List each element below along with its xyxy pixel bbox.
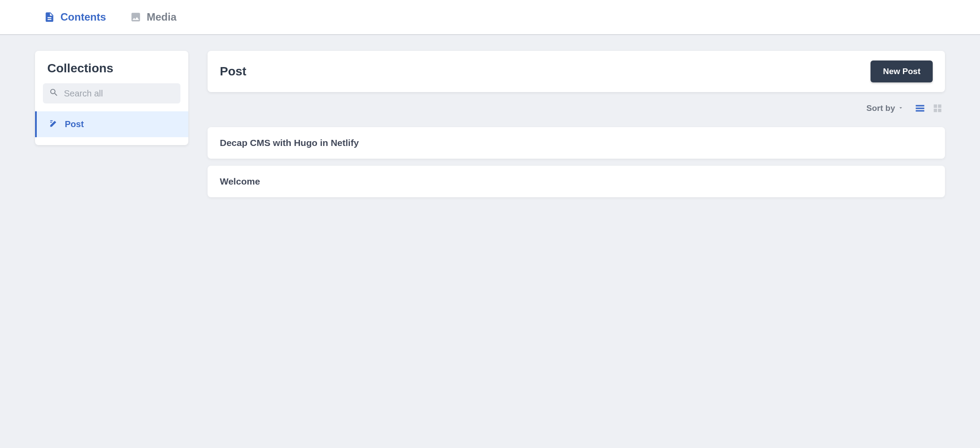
- grid-view-button[interactable]: [932, 103, 943, 114]
- collection-header: Post New Post: [208, 51, 945, 92]
- image-icon: [130, 11, 141, 23]
- list-item[interactable]: Welcome: [208, 166, 945, 197]
- sidebar-title: Collections: [35, 51, 188, 83]
- sidebar-item-post[interactable]: Post: [35, 111, 188, 137]
- nav-contents[interactable]: Contents: [44, 11, 106, 23]
- main-area: Post New Post Sort by Decap CMS wi: [208, 51, 945, 204]
- document-icon: [44, 11, 55, 23]
- nav-media-label: Media: [147, 11, 176, 23]
- list-view-button[interactable]: [914, 103, 926, 114]
- view-toggle: [914, 103, 943, 114]
- entries-list: Decap CMS with Hugo in Netlify Welcome: [208, 127, 945, 204]
- list-item[interactable]: Decap CMS with Hugo in Netlify: [208, 127, 945, 159]
- sidebar: Collections Post: [35, 51, 188, 145]
- search-wrap: [43, 83, 180, 103]
- main-container: Collections Post Post New Post Sort by: [0, 35, 980, 220]
- collection-title: Post: [220, 64, 247, 78]
- edit-icon: [49, 118, 59, 130]
- search-input[interactable]: [64, 89, 174, 99]
- entry-title: Decap CMS with Hugo in Netlify: [220, 138, 359, 148]
- nav-contents-label: Contents: [60, 11, 106, 23]
- sort-label: Sort by: [867, 103, 895, 113]
- search-icon: [49, 88, 59, 99]
- nav-media[interactable]: Media: [130, 11, 176, 23]
- new-post-button[interactable]: New Post: [871, 60, 933, 82]
- entry-title: Welcome: [220, 176, 260, 186]
- sort-by-dropdown[interactable]: Sort by: [867, 103, 904, 113]
- topbar: Contents Media: [0, 0, 980, 35]
- sidebar-item-label: Post: [65, 119, 84, 129]
- chevron-down-icon: [898, 103, 904, 113]
- controls-row: Sort by: [208, 100, 945, 118]
